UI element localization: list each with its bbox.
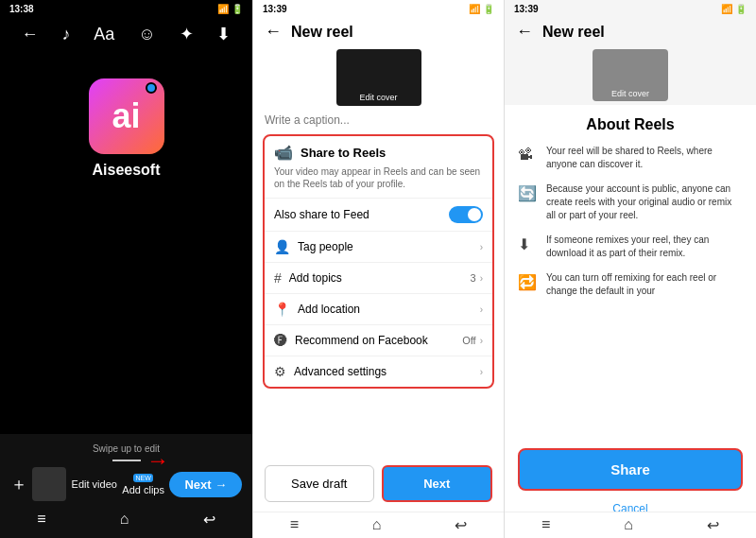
share-reel-icon: 📹 — [274, 144, 293, 162]
download-icon[interactable]: ⬇ — [216, 24, 231, 44]
nav-bar-left: ≡ ⌂ ↩ — [0, 505, 252, 532]
save-draft-button[interactable]: Save draft — [265, 465, 374, 502]
info-icon-3: ⬇ — [518, 235, 537, 253]
option-left-advanced: ⚙ Advanced settings — [274, 364, 387, 379]
battery-icon-right: 🔋 — [735, 4, 747, 14]
add-location-label: Add location — [298, 303, 360, 316]
info-text-4: You can turn off remixing for each reel … — [546, 271, 743, 298]
wifi-icon-mid: 📶 — [469, 4, 480, 14]
edit-cover-text-right: Edit cover — [611, 89, 649, 98]
chevron-tag: › — [480, 242, 483, 252]
info-icon-1: 📽 — [518, 147, 537, 164]
about-reels-section: About Reels 📽 Your reel will be shared t… — [505, 105, 756, 441]
tag-people-row[interactable]: 👤 Tag people › — [265, 231, 492, 262]
back-icon-left[interactable]: ← — [21, 25, 38, 44]
topics-count: 3 — [471, 272, 476, 284]
bottom-bar-left: Swipe up to edit ＋ Edit video NEW Add cl… — [0, 434, 252, 538]
logo-area: ai Aiseesoft — [89, 78, 164, 179]
facebook-icon: 🅕 — [274, 333, 287, 348]
nav-home-mid[interactable]: ⌂ — [372, 516, 382, 534]
next-button-left[interactable]: Next → — [169, 472, 242, 497]
edit-cover-text-mid: Edit cover — [359, 93, 397, 102]
topics-icon: # — [274, 270, 282, 286]
status-icons-right: 📶 🔋 — [721, 4, 747, 14]
status-icons-mid: 📶 🔋 — [469, 4, 494, 14]
music-icon[interactable]: ♪ — [61, 25, 70, 44]
also-share-feed-label: Also share to Feed — [274, 208, 369, 221]
option-left-location: 📍 Add location — [274, 302, 360, 317]
share-description: Your video may appear in Reels and can b… — [265, 165, 492, 198]
add-clips-label: Add clips — [122, 484, 164, 495]
about-reels-title: About Reels — [518, 116, 743, 133]
logo-dot — [146, 82, 157, 94]
info-text-1: Your reel will be shared to Reels, where… — [546, 145, 743, 171]
back-button-mid[interactable]: ← — [265, 22, 282, 42]
nav-back-mid[interactable]: ↩ — [455, 516, 467, 534]
info-row-1: 📽 Your reel will be shared to Reels, whe… — [518, 145, 743, 171]
nav-back-right[interactable]: ↩ — [707, 516, 719, 534]
option-right-fb: Off › — [462, 335, 483, 346]
plus-icon[interactable]: ＋ — [10, 473, 27, 495]
also-share-feed-row[interactable]: Also share to Feed — [265, 198, 492, 231]
feed-toggle[interactable] — [449, 206, 483, 223]
option-left-topics: # Add topics — [274, 270, 342, 286]
effects-icon[interactable]: ✦ — [180, 24, 194, 44]
info-text-2: Because your account is public, anyone c… — [546, 182, 743, 222]
info-icon-4: 🔁 — [518, 273, 537, 291]
back-button-right[interactable]: ← — [516, 22, 533, 42]
middle-phone-panel: 13:39 📶 🔋 ← New reel Edit cover 📹 Share … — [252, 0, 505, 538]
advanced-settings-row[interactable]: ⚙ Advanced settings › — [265, 356, 492, 387]
wifi-icon-right: 📶 — [721, 4, 732, 14]
add-clips-button[interactable]: NEW Add clips — [122, 474, 164, 495]
toolbar-left: ← ♪ Aa ☺ ✦ ⬇ — [0, 18, 252, 50]
info-icon-2: 🔄 — [518, 184, 537, 202]
info-row-2: 🔄 Because your account is public, anyone… — [518, 182, 743, 222]
tag-people-label: Tag people — [298, 240, 353, 253]
recommend-facebook-row[interactable]: 🅕 Recommend on Facebook Off › — [265, 324, 492, 356]
cover-box-mid[interactable]: Edit cover — [336, 49, 421, 106]
time-mid: 13:39 — [263, 4, 287, 14]
chevron-location: › — [480, 304, 483, 315]
wifi-icon: 📶 — [217, 4, 229, 14]
info-row-3: ⬇ If someone remixes your reel, they can… — [518, 234, 743, 260]
red-arrow: → — [146, 447, 169, 474]
nav-back-left[interactable]: ↩ — [203, 511, 215, 529]
advanced-settings-label: Advanced settings — [294, 365, 387, 378]
next-button-mid[interactable]: Next — [382, 465, 493, 502]
battery-icon-mid: 🔋 — [483, 4, 494, 14]
option-right-topics: 3 › — [471, 272, 483, 284]
settings-icon: ⚙ — [274, 364, 286, 379]
edit-video-button[interactable]: Edit video — [72, 478, 117, 490]
text-icon[interactable]: Aa — [94, 25, 114, 44]
nav-home-right[interactable]: ⌂ — [624, 516, 633, 534]
share-section: 📹 Share to Reels Your video may appear i… — [263, 134, 494, 389]
nav-menu-right[interactable]: ≡ — [541, 516, 550, 534]
video-thumbnail[interactable] — [32, 467, 66, 501]
tag-people-icon: 👤 — [274, 239, 290, 254]
share-button-right[interactable]: Share — [518, 448, 743, 491]
emoji-icon[interactable]: ☺ — [138, 25, 155, 44]
nav-menu-mid[interactable]: ≡ — [290, 516, 299, 534]
new-badge: NEW — [133, 474, 152, 482]
share-title: Share to Reels — [301, 146, 386, 160]
chevron-topics: › — [480, 273, 483, 284]
caption-input[interactable] — [253, 110, 504, 130]
share-header: 📹 Share to Reels — [265, 136, 492, 165]
header-right: ← New reel — [505, 18, 756, 45]
status-icons-left: 📶 🔋 — [217, 4, 243, 14]
cover-area-mid: Edit cover — [253, 45, 504, 110]
time-right: 13:39 — [514, 4, 539, 14]
bottom-actions-mid: Save draft Next — [253, 458, 504, 510]
right-phone-panel: 13:39 📶 🔋 ← New reel Edit cover About Re… — [505, 0, 756, 538]
nav-menu-left[interactable]: ≡ — [37, 511, 45, 529]
add-topics-row[interactable]: # Add topics 3 › — [265, 262, 492, 293]
fb-value: Off — [462, 335, 475, 346]
nav-bar-right: ≡ ⌂ ↩ — [505, 512, 756, 538]
header-title-mid: New reel — [291, 24, 353, 41]
nav-home-left[interactable]: ⌂ — [120, 511, 129, 529]
cover-box-right[interactable]: Edit cover — [593, 49, 668, 101]
add-location-row[interactable]: 📍 Add location › — [265, 293, 492, 324]
edit-video-label: Edit video — [72, 478, 117, 490]
next-label-left: Next → — [184, 477, 227, 492]
info-text-3: If someone remixes your reel, they can d… — [546, 234, 743, 260]
